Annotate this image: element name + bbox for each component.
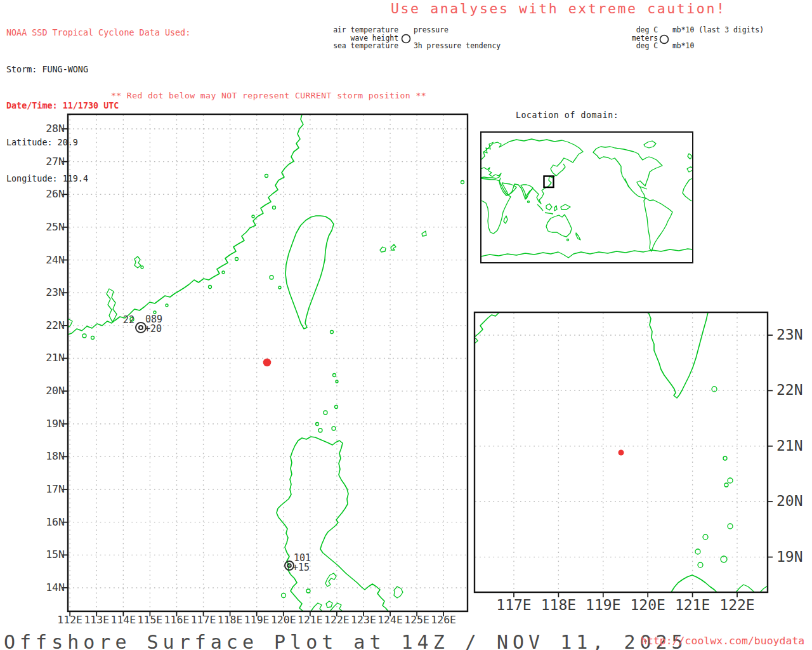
island (82, 334, 86, 338)
red-dot-warning: ** Red dot below may NOT represent CURRE… (111, 91, 426, 100)
islet (282, 594, 286, 598)
legend-wave-height: wave height (303, 34, 398, 42)
island-babuyan (695, 549, 700, 554)
island-babuyan (318, 428, 322, 432)
coastline-taiwan (285, 216, 334, 329)
island (91, 336, 95, 340)
lon-tick-label: 124E (377, 614, 403, 626)
station-tendency: +15 (292, 563, 310, 573)
coastline-china (68, 114, 303, 335)
coastline-south-luzon (311, 603, 322, 611)
islet (166, 304, 168, 307)
island-newguinea (561, 204, 570, 209)
island-babuyan (332, 427, 336, 430)
storm-name: Storm: FUNG-WONG (6, 63, 190, 76)
lat-tick-label: 14N (33, 581, 65, 594)
island-kume (461, 181, 464, 184)
world-coastlines (481, 139, 693, 258)
coastline-luzon-inset (760, 586, 768, 592)
lat-tick-label: 22N (776, 382, 803, 399)
legend-pressure-tendency: 3h pressure tendency (414, 42, 501, 50)
lon-tick-label: 119E (244, 614, 270, 626)
main-map (57, 108, 476, 622)
coast-australia (546, 215, 572, 237)
coast-north-america (593, 147, 662, 198)
island-batanes (333, 374, 336, 377)
legend-air-temperature: air temperature (303, 26, 398, 34)
station-air-temp: 22 (119, 315, 134, 325)
lat-tick-label: 20N (776, 493, 803, 510)
lon-tick-label: 117E (496, 597, 531, 613)
lon-tick-label: 115E (138, 614, 163, 626)
peninsula-baja (625, 178, 629, 187)
island-uk (688, 154, 691, 159)
island-greenland (644, 141, 656, 148)
island-madagascar (504, 216, 508, 223)
lat-tick-label: 20N (33, 385, 65, 397)
lat-tick-label: 25N (33, 221, 65, 233)
lon-tick-label: 118E (541, 597, 576, 613)
island-babuyan (728, 524, 733, 529)
island-babuyan (698, 562, 703, 567)
world-inset-title: Location of domain: (516, 110, 619, 120)
lon-tick-label: 123E (351, 614, 376, 626)
lat-tick-label: 15N (33, 548, 65, 560)
lon-tick-label: 121E (298, 614, 323, 626)
lat-tick-label: 27N (33, 156, 65, 168)
legend-sea-temperature: sea temperature (303, 42, 398, 50)
island-penghu (270, 275, 273, 279)
coast-eurasia (483, 139, 583, 204)
lon-tick-label: 122E (324, 614, 350, 626)
coastline-pearl-delta (107, 289, 117, 322)
island-newzealand (576, 233, 580, 240)
lon-tick-label: 125E (404, 614, 429, 626)
lat-tick-label: 19N (33, 418, 65, 430)
island-java (545, 213, 553, 214)
coastline-luzon-inset (736, 585, 754, 592)
island-polillo (325, 573, 336, 587)
station-circle-icon (659, 34, 669, 44)
lon-tick-label: 121E (675, 597, 710, 613)
storm-position-dot (263, 359, 272, 367)
island-batanes (728, 478, 733, 483)
lat-tick-label: 26N (33, 188, 65, 200)
station-circle-icon (401, 34, 411, 44)
lon-tick-label: 116E (164, 614, 190, 626)
lon-tick-label: 119E (586, 597, 620, 613)
lon-tick-label: 112E (57, 614, 82, 626)
lat-tick-label: 21N (776, 437, 803, 454)
lon-tick-label: 120E (630, 597, 665, 613)
plot-title: Offshore Surface Plot at 14Z / NOV 11, 2… (4, 631, 688, 650)
lat-tick-label: 22N (33, 319, 65, 331)
station-plot-symbols (136, 322, 294, 570)
island-miyako (422, 231, 426, 236)
station-circle (139, 326, 143, 329)
coastline-china-inset (475, 312, 499, 337)
coastline-taiwan-inset (648, 312, 708, 398)
island (134, 256, 141, 268)
island-batanes (723, 456, 727, 460)
island-marinduque (326, 601, 332, 607)
island-yaeyama (391, 244, 396, 250)
offshore-surface-plot-page: { "colors": { "red": "#ee3333", "light_r… (0, 0, 812, 650)
world-locator-map (476, 127, 698, 270)
island-babuyan (335, 406, 338, 409)
island-catanduanes (394, 587, 403, 598)
station-tendency: +20 (145, 324, 162, 334)
island-babuyan (703, 534, 708, 540)
lat-tick-label: 23N (776, 326, 803, 343)
island-yaeyama (380, 247, 386, 252)
main-map-ticks (62, 129, 443, 616)
noaa-source-line: NOAA SSD Tropical Cyclone Data Used: (6, 27, 190, 39)
source-url-link[interactable]: http://coolwx.com/buoydata (641, 635, 804, 647)
coast-mediterranean (481, 168, 501, 178)
lon-tick-label: 117E (191, 614, 216, 626)
coast-antarctica (481, 249, 693, 258)
island-babuyan (324, 411, 327, 415)
islet (265, 175, 268, 178)
lat-tick-label: 24N (33, 254, 65, 266)
island-sumatra (537, 204, 543, 211)
lon-tick-label: 118E (218, 614, 243, 626)
coastline-luzon (277, 437, 388, 611)
islet (209, 286, 212, 289)
